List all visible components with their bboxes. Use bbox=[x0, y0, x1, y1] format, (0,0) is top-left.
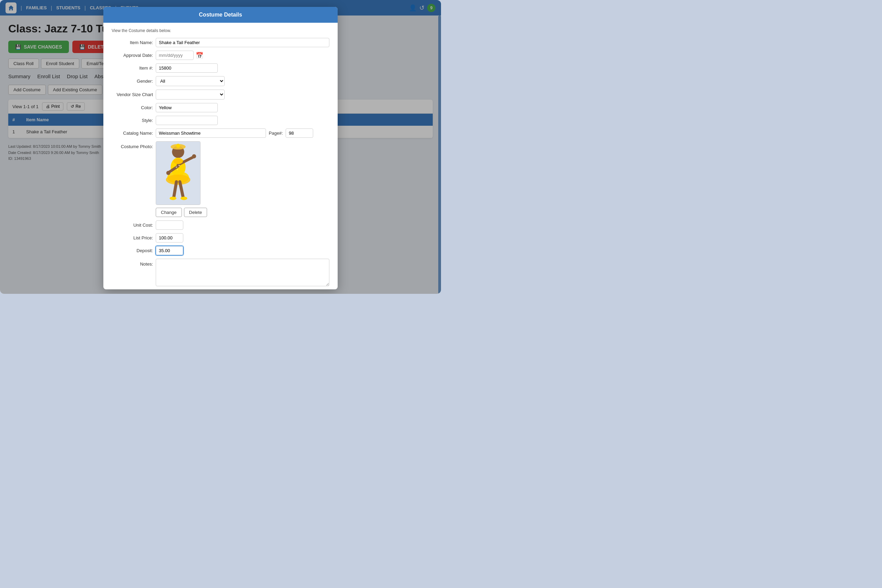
dancer-svg bbox=[156, 142, 200, 205]
item-num-row: Item #: bbox=[112, 63, 329, 73]
svg-point-6 bbox=[166, 175, 190, 185]
approval-date-input[interactable] bbox=[156, 51, 194, 60]
notes-label: Notes: bbox=[112, 259, 153, 267]
modal-header: Costume Details bbox=[104, 7, 338, 23]
gender-label: Gender: bbox=[112, 78, 153, 84]
vendor-size-select[interactable] bbox=[156, 90, 225, 99]
svg-point-15 bbox=[173, 159, 183, 164]
change-photo-button[interactable]: Change bbox=[156, 208, 182, 217]
color-label: Color: bbox=[112, 105, 153, 110]
delete-photo-button[interactable]: Delete bbox=[184, 208, 207, 217]
modal-body: View the Costume details below. Item Nam… bbox=[104, 23, 338, 290]
color-input[interactable] bbox=[156, 103, 218, 112]
deposit-label: Deposit: bbox=[112, 248, 153, 253]
svg-point-17 bbox=[178, 165, 180, 166]
modal-subtitle: View the Costume details below. bbox=[112, 28, 329, 33]
svg-point-16 bbox=[176, 166, 177, 168]
item-name-input[interactable] bbox=[156, 38, 329, 47]
costume-photo-label: Costume Photo: bbox=[112, 141, 153, 149]
style-input[interactable] bbox=[156, 116, 218, 125]
catalog-name-input[interactable] bbox=[156, 129, 266, 138]
gender-select[interactable]: All Male Female bbox=[156, 76, 225, 86]
svg-point-18 bbox=[177, 169, 178, 170]
item-name-label: Item Name: bbox=[112, 40, 153, 45]
modal-title: Costume Details bbox=[199, 12, 242, 18]
app-container: | FAMILIES | STUDENTS | CLASSES | EVENTS… bbox=[0, 0, 441, 294]
photo-buttons: Change Delete bbox=[156, 208, 207, 217]
page-num-input[interactable] bbox=[286, 129, 313, 138]
vendor-size-label: Vendor Size Chart bbox=[112, 92, 153, 97]
unit-cost-label: Unit Cost: bbox=[112, 222, 153, 228]
photo-section: Change Delete bbox=[156, 141, 207, 217]
svg-point-13 bbox=[170, 197, 176, 200]
calendar-icon[interactable]: 📅 bbox=[196, 52, 203, 59]
list-price-label: List Price: bbox=[112, 235, 153, 240]
svg-point-14 bbox=[180, 197, 188, 200]
notes-row: Notes: bbox=[112, 259, 329, 286]
costume-photo-image bbox=[156, 141, 201, 205]
unit-cost-input[interactable] bbox=[156, 220, 183, 230]
catalog-name-label: Catalog Name: bbox=[112, 130, 153, 136]
vendor-size-row: Vendor Size Chart bbox=[112, 90, 329, 99]
gender-row: Gender: All Male Female bbox=[112, 76, 329, 86]
style-label: Style: bbox=[112, 118, 153, 123]
deposit-row: Deposit: bbox=[112, 246, 329, 255]
unit-cost-row: Unit Cost: bbox=[112, 220, 329, 230]
page-num-label: Page#: bbox=[269, 130, 283, 136]
approval-date-row: Approval Date: 📅 bbox=[112, 51, 329, 60]
item-num-label: Item #: bbox=[112, 66, 153, 70]
notes-textarea[interactable] bbox=[156, 259, 329, 286]
costume-details-modal: Costume Details View the Costume details… bbox=[104, 7, 338, 290]
color-row: Color: bbox=[112, 103, 329, 112]
costume-photo-row: Costume Photo: bbox=[112, 141, 329, 217]
item-num-input[interactable] bbox=[156, 63, 218, 73]
svg-point-3 bbox=[176, 144, 180, 148]
list-price-row: List Price: bbox=[112, 233, 329, 243]
style-row: Style: bbox=[112, 116, 329, 125]
svg-point-10 bbox=[166, 171, 171, 175]
catalog-row: Catalog Name: Page#: bbox=[112, 129, 329, 138]
list-price-input[interactable] bbox=[156, 233, 183, 243]
deposit-input[interactable] bbox=[156, 246, 183, 255]
item-name-row: Item Name: bbox=[112, 38, 329, 47]
approval-date-label: Approval Date: bbox=[112, 53, 153, 58]
svg-point-8 bbox=[192, 154, 196, 159]
approval-date-container: 📅 bbox=[156, 51, 203, 60]
modal-overlay: Costume Details View the Costume details… bbox=[0, 0, 441, 294]
